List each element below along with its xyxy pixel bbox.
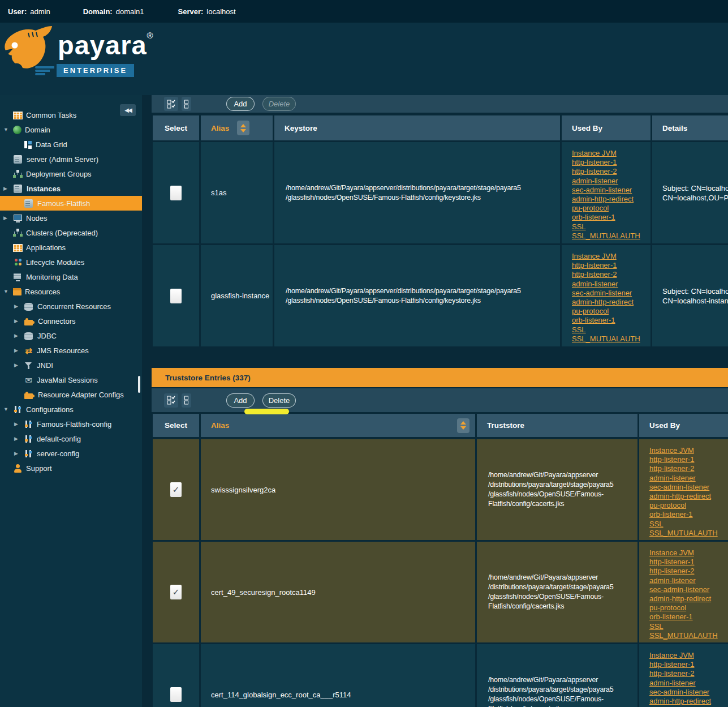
row-checkbox[interactable]	[170, 186, 182, 200]
keystore-delete-button[interactable]: Delete	[262, 97, 296, 111]
used-by-link-http-listener-1[interactable]: http-listener-1	[649, 558, 694, 567]
tree-collapsed-arrow-icon[interactable]: ▶	[14, 333, 24, 338]
sidebar-item-javamail-sessions[interactable]: ✉JavaMail Sessions	[0, 372, 142, 387]
used-by-link-orb-listener-1[interactable]: orb-listener-1	[649, 510, 693, 519]
sidebar-item-server-config[interactable]: ▶server-config	[0, 446, 142, 461]
used-by-link-instance-jvm[interactable]: Instance JVM	[649, 651, 694, 660]
used-by-link-http-listener-1[interactable]: http-listener-1	[649, 455, 694, 464]
row-checkbox[interactable]	[170, 289, 182, 303]
sidebar-item-instances[interactable]: ▶Instances	[0, 181, 142, 196]
used-by-link-orb-listener-1[interactable]: orb-listener-1	[649, 612, 693, 622]
tree-collapsed-arrow-icon[interactable]: ▶	[14, 348, 24, 353]
used-by-link-admin-listener[interactable]: admin-listener	[649, 679, 696, 688]
used-by-link-http-listener-2[interactable]: http-listener-2	[572, 167, 617, 176]
used-by-link-pu-protocol[interactable]: pu-protocol	[649, 603, 686, 612]
used-by-link-admin-listener[interactable]: admin-listener	[649, 576, 696, 585]
used-by-link-sec-admin-listener[interactable]: sec-admin-listener	[572, 186, 632, 195]
used-by-link-ssl-mutualauth[interactable]: SSL_MUTUALAUTH	[572, 232, 640, 241]
tree-expanded-arrow-icon[interactable]: ▼	[3, 289, 13, 294]
used-by-link-ssl[interactable]: SSL	[572, 325, 586, 335]
sidebar-item-connectors[interactable]: ▶Connectors	[0, 314, 142, 328]
used-by-link-http-listener-2[interactable]: http-listener-2	[649, 567, 694, 576]
deselect-all-rows-button[interactable]	[182, 393, 191, 408]
used-by-link-orb-listener-1[interactable]: orb-listener-1	[572, 213, 615, 222]
used-by-link-orb-listener-1[interactable]: orb-listener-1	[572, 316, 615, 325]
tree-collapsed-arrow-icon[interactable]: ▶	[14, 451, 24, 456]
alias-sort-button[interactable]	[457, 418, 469, 433]
sidebar-item-configurations[interactable]: ▼Configurations	[0, 402, 142, 417]
select-all-rows-button[interactable]	[164, 393, 178, 408]
row-checkbox[interactable]: ✓	[170, 585, 182, 599]
sidebar-item-resource-adapter-configs[interactable]: Resource Adapter Configs	[0, 387, 142, 402]
tree-collapsed-arrow-icon[interactable]: ▶	[3, 186, 13, 191]
sidebar-item-applications[interactable]: Applications	[0, 240, 142, 255]
used-by-link-sec-admin-listener[interactable]: sec-admin-listener	[649, 688, 709, 697]
used-by-link-admin-http-redirect[interactable]: admin-http-redirect	[649, 697, 711, 706]
used-by-link-http-listener-1[interactable]: http-listener-1	[649, 660, 694, 669]
sidebar-item-concurrent-resources[interactable]: ▶Concurrent Resources	[0, 299, 142, 314]
sidebar-item-nodes[interactable]: ▶Nodes	[0, 211, 142, 225]
used-by-link-instance-jvm[interactable]: Instance JVM	[649, 446, 694, 455]
row-checkbox[interactable]: ✓	[170, 482, 182, 497]
used-by-link-admin-listener[interactable]: admin-listener	[572, 177, 618, 186]
tree-collapsed-arrow-icon[interactable]: ▶	[14, 318, 24, 324]
tree-collapsed-arrow-icon[interactable]: ▶	[3, 215, 13, 221]
used-by-link-ssl[interactable]: SSL	[649, 520, 664, 529]
keystore-add-button[interactable]: Add	[226, 97, 255, 111]
used-by-link-ssl[interactable]: SSL	[649, 622, 664, 631]
used-by-link-admin-listener[interactable]: admin-listener	[572, 280, 618, 289]
tree-expanded-arrow-icon[interactable]: ▼	[3, 127, 13, 132]
used-by-link-ssl[interactable]: SSL	[572, 222, 586, 232]
used-by-link-http-listener-2[interactable]: http-listener-2	[572, 270, 617, 279]
tree-collapsed-arrow-icon[interactable]: ▶	[14, 421, 24, 427]
sidebar-item-jdbc[interactable]: ▶JDBC	[0, 328, 142, 343]
used-by-link-admin-http-redirect[interactable]: admin-http-redirect	[649, 594, 711, 603]
used-by-link-sec-admin-listener[interactable]: sec-admin-listener	[572, 289, 632, 298]
tree-collapsed-arrow-icon[interactable]: ▶	[14, 362, 24, 368]
truststore-delete-button[interactable]: Delete	[262, 393, 296, 408]
used-by-link-admin-listener[interactable]: admin-listener	[649, 474, 696, 483]
used-by-link-http-listener-1[interactable]: http-listener-1	[572, 158, 617, 167]
sidebar-item-monitoring-data[interactable]: Monitoring Data	[0, 269, 142, 284]
used-by-link-ssl-mutualauth[interactable]: SSL_MUTUALAUTH	[572, 335, 640, 344]
used-by-link-ssl-mutualauth[interactable]: SSL_MUTUALAUTH	[649, 631, 718, 640]
sidebar-item-famous-flatfish-config[interactable]: ▶Famous-Flatfish-config	[0, 417, 142, 431]
sidebar-item-jms-resources[interactable]: ▶⇄JMS Resources	[0, 343, 142, 358]
sidebar-item-jndi[interactable]: ▶JNDI	[0, 358, 142, 372]
sidebar-item-default-config[interactable]: ▶default-config	[0, 431, 142, 446]
select-all-rows-button[interactable]	[164, 97, 178, 111]
used-by-link-instance-jvm[interactable]: Instance JVM	[649, 549, 694, 558]
used-by-link-instance-jvm[interactable]: Instance JVM	[572, 252, 617, 261]
sidebar-item-server-admin-server[interactable]: server (Admin Server)	[0, 152, 142, 166]
deselect-all-rows-button[interactable]	[182, 97, 191, 111]
used-by-link-pu-protocol[interactable]: pu-protocol	[572, 307, 609, 316]
sidebar-item-resources[interactable]: ▼Resources	[0, 284, 142, 299]
tree-collapsed-arrow-icon[interactable]: ▶	[14, 436, 24, 442]
sidebar-item-domain[interactable]: ▼Domain	[0, 122, 142, 137]
alias-sort-button[interactable]	[237, 121, 249, 135]
truststore-add-button[interactable]: Add	[226, 393, 255, 408]
used-by-link-sec-admin-listener[interactable]: sec-admin-listener	[649, 585, 709, 594]
tree-expanded-arrow-icon[interactable]: ▼	[3, 406, 13, 412]
used-by-link-pu-protocol[interactable]: pu-protocol	[649, 501, 686, 510]
used-by-link-admin-http-redirect[interactable]: admin-http-redirect	[572, 195, 634, 204]
used-by-link-http-listener-2[interactable]: http-listener-2	[649, 669, 694, 678]
used-by-link-admin-http-redirect[interactable]: admin-http-redirect	[572, 298, 634, 307]
sidebar-item-famous-flatfish[interactable]: Famous-Flatfish	[0, 196, 142, 211]
used-by-link-http-listener-2[interactable]: http-listener-2	[649, 464, 694, 473]
used-by-link-ssl-mutualauth[interactable]: SSL_MUTUALAUTH	[649, 529, 718, 538]
used-by-link-http-listener-1[interactable]: http-listener-1	[572, 261, 617, 270]
sidebar-collapse-button[interactable]: ◀◀	[120, 104, 136, 116]
sidebar-item-clusters-deprecated[interactable]: Clusters (Deprecated)	[0, 225, 142, 240]
sidebar-item-deployment-groups[interactable]: Deployment Groups	[0, 166, 142, 181]
tree-collapsed-arrow-icon[interactable]: ▶	[14, 303, 24, 309]
used-by-link-pu-protocol[interactable]: pu-protocol	[572, 204, 609, 213]
sidebar-item-lifecycle-modules[interactable]: Lifecycle Modules	[0, 255, 142, 269]
row-checkbox[interactable]	[170, 687, 182, 702]
used-by-link-sec-admin-listener[interactable]: sec-admin-listener	[649, 483, 709, 492]
sidebar-item-support[interactable]: Support	[0, 461, 142, 475]
used-by-link-admin-http-redirect[interactable]: admin-http-redirect	[649, 492, 711, 501]
sidebar-scrollbar-thumb[interactable]	[138, 376, 140, 393]
used-by-link-instance-jvm[interactable]: Instance JVM	[572, 149, 617, 158]
sidebar-item-data-grid[interactable]: Data Grid	[0, 137, 142, 152]
